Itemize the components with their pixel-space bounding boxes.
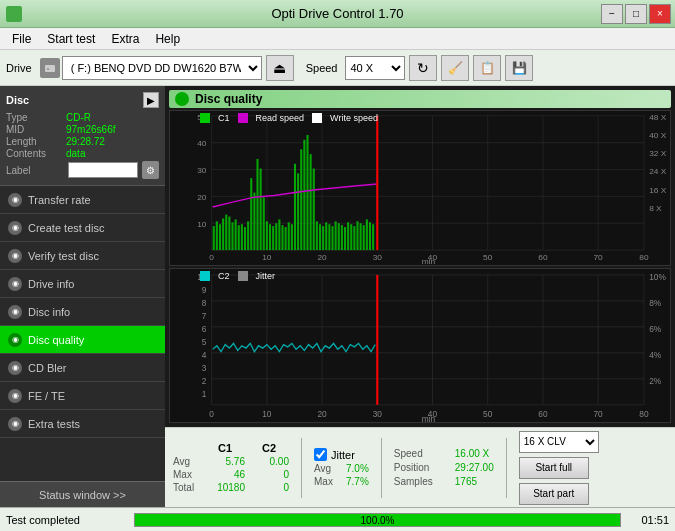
sidebar-item-fe-te[interactable]: ◉ FE / TE: [0, 382, 165, 410]
minimize-button[interactable]: −: [601, 4, 623, 24]
speed-val: 16.00 X: [455, 448, 489, 459]
stats-bar: C1 C2 Avg 5.76 0.00 Max 46 0 Total 10180…: [165, 427, 675, 507]
jitter-avg-row: Avg 7.0%: [314, 463, 369, 474]
sidebar-item-extra-tests[interactable]: ◉ Extra tests: [0, 410, 165, 438]
jitter-legend-box: [238, 271, 248, 281]
svg-text:70: 70: [593, 408, 602, 419]
svg-text:20: 20: [317, 253, 327, 262]
speed-row: Speed 16.00 X: [394, 448, 494, 459]
svg-rect-81: [347, 222, 349, 250]
svg-text:30: 30: [373, 253, 383, 262]
sidebar-item-drive-info-label: Drive info: [28, 278, 74, 290]
svg-text:4: 4: [202, 349, 207, 360]
speed-and-actions: 16 X CLV Start full Start part: [519, 431, 599, 505]
progress-bar: 100.0%: [134, 513, 621, 527]
copy-button[interactable]: 📋: [473, 55, 501, 81]
svg-text:50: 50: [483, 408, 492, 419]
disc-mid-row: MID 97m26s66f: [6, 124, 159, 135]
refresh-button[interactable]: ↻: [409, 55, 437, 81]
app-icon: [6, 6, 22, 22]
svg-text:80: 80: [639, 408, 648, 419]
svg-rect-65: [297, 173, 299, 250]
max-c2: 0: [249, 469, 289, 480]
maximize-button[interactable]: □: [625, 4, 647, 24]
svg-text:80: 80: [639, 253, 649, 262]
disc-panel-title: Disc: [6, 94, 29, 106]
svg-rect-42: [225, 215, 227, 250]
jitter-max-row: Max 7.7%: [314, 476, 369, 487]
sidebar: Disc ▶ Type CD-R MID 97m26s66f Length 29…: [0, 86, 165, 507]
titlebar-title: Opti Drive Control 1.70: [271, 6, 403, 21]
svg-text:8: 8: [202, 297, 207, 308]
sidebar-item-verify-test-disc[interactable]: ◉ Verify test disc: [0, 242, 165, 270]
sidebar-item-transfer-rate[interactable]: ◉ Transfer rate: [0, 186, 165, 214]
svg-text:7: 7: [202, 310, 207, 321]
position-row: Position 29:27.00: [394, 462, 494, 473]
speed-select[interactable]: 40 X: [345, 56, 405, 80]
disc-contents-val: data: [66, 148, 85, 159]
svg-rect-39: [216, 221, 218, 250]
svg-rect-78: [338, 223, 340, 250]
cd-bler-icon: ◉: [8, 361, 22, 375]
disc-length-row: Length 29:28.72: [6, 136, 159, 147]
c1c2-stats: C1 C2 Avg 5.76 0.00 Max 46 0 Total 10180…: [173, 442, 289, 493]
svg-rect-71: [316, 221, 318, 250]
svg-text:20: 20: [197, 194, 207, 203]
svg-text:1: 1: [202, 388, 207, 399]
close-button[interactable]: ×: [649, 4, 671, 24]
svg-rect-0: [45, 65, 55, 72]
lower-chart: C2 Jitter: [169, 268, 671, 424]
status-window-button[interactable]: Status window >>: [0, 481, 165, 507]
disc-nav-btn[interactable]: ▶: [143, 92, 159, 108]
disc-quality-chart-title: Disc quality: [195, 92, 262, 106]
drive-label: Drive: [6, 62, 32, 74]
sidebar-item-drive-info[interactable]: ◉ Drive info: [0, 270, 165, 298]
svg-rect-47: [241, 224, 243, 250]
svg-rect-76: [331, 226, 333, 250]
svg-text:30: 30: [197, 167, 207, 176]
sidebar-item-transfer-rate-label: Transfer rate: [28, 194, 91, 206]
start-full-button[interactable]: Start full: [519, 457, 589, 479]
clv-speed-select[interactable]: 16 X CLV: [519, 431, 599, 453]
svg-rect-88: [369, 222, 371, 250]
c1-legend-box: [200, 113, 210, 123]
disc-label-settings-btn[interactable]: ⚙: [142, 161, 159, 179]
disc-info-icon: ◉: [8, 305, 22, 319]
svg-rect-86: [363, 225, 365, 250]
svg-rect-49: [247, 221, 249, 250]
sidebar-item-create-test-disc[interactable]: ◉ Create test disc: [0, 214, 165, 242]
sidebar-item-cd-bler[interactable]: ◉ CD Bler: [0, 354, 165, 382]
divider2: [381, 438, 382, 498]
svg-text:24 X: 24 X: [649, 168, 667, 177]
statusbar: Test completed 100.0% 01:51: [0, 507, 675, 531]
transfer-rate-icon: ◉: [8, 193, 22, 207]
sidebar-item-extra-tests-label: Extra tests: [28, 418, 80, 430]
avg-c2: 0.00: [249, 456, 289, 467]
read-legend-label: Read speed: [256, 113, 305, 123]
sidebar-item-disc-info[interactable]: ◉ Disc info: [0, 298, 165, 326]
save-button[interactable]: 💾: [505, 55, 533, 81]
drive-select[interactable]: ( F:) BENQ DVD DD DW1620 B7W9: [62, 56, 262, 80]
menu-file[interactable]: File: [4, 30, 39, 48]
eject-button[interactable]: ⏏: [266, 55, 294, 81]
sidebar-item-disc-quality[interactable]: ◉ Disc quality: [0, 326, 165, 354]
position-key: Position: [394, 462, 449, 473]
menu-start-test[interactable]: Start test: [39, 30, 103, 48]
jitter-stats: Jitter Avg 7.0% Max 7.7%: [314, 448, 369, 487]
disc-type-val: CD-R: [66, 112, 91, 123]
svg-rect-84: [356, 221, 358, 250]
start-part-button[interactable]: Start part: [519, 483, 589, 505]
write-legend-label: Write speed: [330, 113, 378, 123]
svg-rect-1: [47, 68, 49, 70]
menu-help[interactable]: Help: [147, 30, 188, 48]
disc-label-input[interactable]: [68, 162, 138, 178]
menu-extra[interactable]: Extra: [103, 30, 147, 48]
avg-row: Avg 5.76 0.00: [173, 456, 289, 467]
erase-button[interactable]: 🧹: [441, 55, 469, 81]
disc-contents-row: Contents data: [6, 148, 159, 159]
svg-rect-48: [244, 227, 246, 250]
chart-area: Disc quality C1 Read speed Write speed: [165, 86, 675, 427]
jitter-checkbox[interactable]: [314, 448, 327, 461]
svg-rect-66: [300, 149, 302, 250]
avg-label: Avg: [173, 456, 201, 467]
